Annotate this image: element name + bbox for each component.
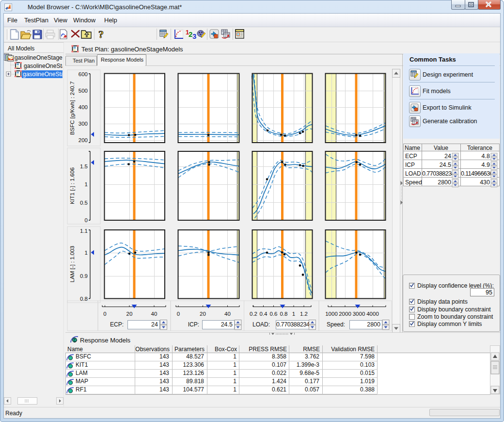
svg-text:0.8: 0.8	[280, 311, 288, 317]
svg-text:4000: 4000	[366, 311, 379, 317]
svg-text:1.5: 1.5	[80, 163, 88, 169]
svg-text:1.1: 1.1	[80, 228, 88, 234]
svg-text:1: 1	[292, 311, 295, 317]
svg-text:20: 20	[200, 311, 206, 317]
svg-text:0.9: 0.9	[80, 273, 88, 279]
svg-text:BSFC [g/Kwh] : 240.7: BSFC [g/Kwh] : 240.7	[69, 81, 75, 135]
svg-text:300: 300	[79, 121, 88, 127]
svg-text:0.8: 0.8	[80, 296, 88, 302]
svg-text:LAM [-] : 1.003: LAM [-] : 1.003	[69, 246, 75, 282]
svg-text:0: 0	[103, 311, 106, 317]
svg-text:?: ?	[98, 28, 104, 40]
svg-text:3: 3	[192, 32, 196, 40]
svg-text:40: 40	[151, 311, 158, 317]
svg-text:3000: 3000	[353, 311, 365, 317]
svg-text:20: 20	[126, 311, 133, 317]
svg-text:0: 0	[177, 311, 180, 317]
svg-text:1.2: 1.2	[300, 311, 308, 317]
svg-text:1000: 1000	[325, 311, 338, 317]
svg-text:40: 40	[224, 311, 231, 317]
svg-text:KIT1 [-] : 1.606: KIT1 [-] : 1.606	[69, 167, 75, 204]
svg-text:500: 500	[79, 88, 88, 94]
svg-text:1: 1	[85, 250, 88, 256]
svg-text:0.5: 0.5	[80, 200, 88, 206]
svg-text:400: 400	[79, 104, 88, 110]
svg-text:200: 200	[79, 137, 88, 143]
svg-text:0.4: 0.4	[260, 311, 268, 317]
svg-text:0: 0	[85, 217, 88, 223]
svg-text:600: 600	[79, 71, 88, 77]
svg-text:0.2: 0.2	[250, 311, 257, 317]
svg-text:2000: 2000	[339, 311, 351, 317]
svg-text:1: 1	[85, 181, 88, 187]
svg-text:0.6: 0.6	[270, 311, 278, 317]
